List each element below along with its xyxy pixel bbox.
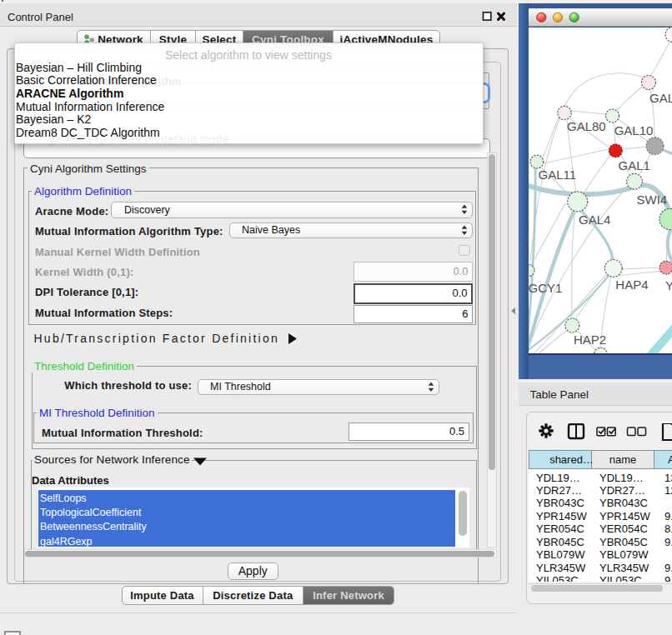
svg-text:GAL1: GAL1 (619, 158, 650, 172)
svg-text:GCY1: GCY1 (529, 281, 562, 295)
svg-text:GAL80: GAL80 (567, 118, 606, 132)
svg-text:GAL: GAL (649, 91, 672, 105)
svg-text:HAP2: HAP2 (574, 332, 606, 347)
svg-text:HAP4: HAP4 (615, 278, 648, 292)
svg-text:GAL10: GAL10 (614, 122, 654, 137)
svg-text:SWI4: SWI4 (637, 192, 668, 206)
svg-text:Y: Y (665, 278, 672, 292)
svg-text:GAL4: GAL4 (579, 212, 610, 226)
svg-text:GAL11: GAL11 (539, 168, 577, 182)
